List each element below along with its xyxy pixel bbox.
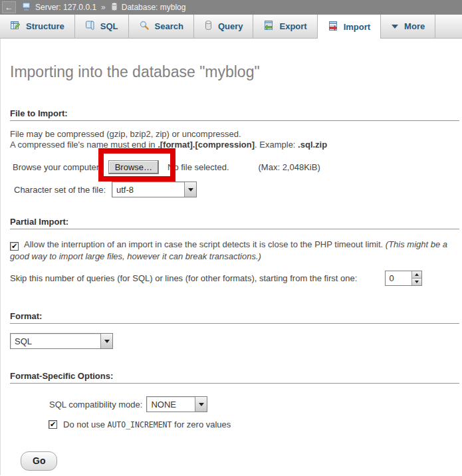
breadcrumb-database[interactable]: Database: myblog xyxy=(122,3,186,12)
down-arrow-icon xyxy=(415,281,419,283)
dropdown-arrow-icon xyxy=(188,188,193,191)
format-dropdown-button[interactable] xyxy=(100,334,112,348)
file-hint-line1: File may be compressed (gzip, bzip2, zip… xyxy=(10,129,453,140)
charset-dropdown-button[interactable] xyxy=(184,182,196,197)
sql-compatibility-select[interactable]: NONE xyxy=(146,396,207,412)
sql-icon xyxy=(85,20,95,33)
no-file-selected-text: No file selected. xyxy=(168,162,229,172)
charset-selected-value: utf-8 xyxy=(112,182,184,197)
chevron-down-icon xyxy=(391,21,399,31)
skip-queries-row: Skip this number of queries (for SQL) or… xyxy=(10,271,453,286)
tab-search[interactable]: Search xyxy=(129,15,194,38)
dropdown-arrow-icon xyxy=(199,403,204,406)
skip-queries-label: Skip this number of queries (for SQL) or… xyxy=(10,273,357,283)
charset-row: Character set of the file: utf-8 xyxy=(14,181,453,197)
stepper-down-button[interactable] xyxy=(412,278,421,285)
tab-label: More xyxy=(404,21,425,31)
tab-structure[interactable]: Structure xyxy=(0,15,75,38)
browse-row: Browse your computer: Browse… No file se… xyxy=(13,160,453,175)
section-heading-file-to-import: File to Import: xyxy=(10,108,459,121)
tab-label: Import xyxy=(344,22,370,32)
auto-increment-checkbox[interactable]: ✔ xyxy=(49,420,57,429)
import-icon xyxy=(328,21,338,33)
tab-query[interactable]: Query xyxy=(194,15,254,38)
compat-dropdown-button[interactable] xyxy=(195,397,207,412)
section-heading-format: Format: xyxy=(10,311,459,324)
page-title: Importing into the database "myblog" xyxy=(10,39,453,81)
stepper-buttons xyxy=(411,271,421,285)
charset-select[interactable]: utf-8 xyxy=(112,181,197,197)
server-icon xyxy=(22,2,32,13)
browse-label: Browse your computer: xyxy=(13,162,102,172)
allow-interruption-row: ✔Allow the interruption of an import in … xyxy=(10,239,453,263)
charset-label: Character set of the file: xyxy=(14,185,106,195)
export-icon xyxy=(263,20,274,33)
auto-increment-label: Do not use AUTO_INCREMENT for zero value… xyxy=(63,419,231,429)
back-arrow-icon: ← xyxy=(5,3,13,11)
tab-more[interactable]: More xyxy=(381,15,435,38)
back-arrow-button[interactable]: ← xyxy=(2,1,16,13)
stepper-up-button[interactable] xyxy=(412,271,421,278)
tab-bar: Structure SQL Search Query xyxy=(0,15,462,39)
format-select[interactable]: SQL xyxy=(10,333,113,349)
tab-export[interactable]: Export xyxy=(253,15,317,38)
file-hint-text: File may be compressed (gzip, bzip2, zip… xyxy=(10,129,453,150)
browse-button[interactable]: Browse… xyxy=(108,160,159,174)
breadcrumb-bar: ← Server: 127.0.0.1 » Database: myblog xyxy=(0,0,462,15)
allow-interruption-label: Allow the interruption of an import in c… xyxy=(24,239,386,249)
sql-compatibility-row: SQL compatibility mode: NONE xyxy=(49,396,453,412)
section-heading-partial-import: Partial Import: xyxy=(10,217,459,229)
format-selected-value: SQL xyxy=(11,334,100,348)
sql-compatibility-value: NONE xyxy=(147,397,195,412)
tab-label: Export xyxy=(279,21,306,31)
tab-label: Structure xyxy=(26,21,64,31)
skip-queries-input[interactable] xyxy=(386,271,411,285)
go-button[interactable]: Go xyxy=(21,451,57,471)
structure-icon xyxy=(10,20,21,33)
database-icon xyxy=(110,2,118,13)
search-icon xyxy=(139,20,150,33)
sql-compatibility-label: SQL compatibility mode: xyxy=(49,400,142,410)
tab-label: Query xyxy=(218,21,243,31)
tab-label: Search xyxy=(155,21,183,31)
query-icon xyxy=(204,20,213,33)
breadcrumb-separator: » xyxy=(101,3,106,12)
tab-import[interactable]: Import xyxy=(318,15,381,39)
tab-label: SQL xyxy=(100,21,118,31)
auto-increment-row: ✔ Do not use AUTO_INCREMENT for zero val… xyxy=(49,419,453,429)
section-heading-format-options: Format-Specific Options: xyxy=(10,371,459,384)
import-page: Importing into the database "myblog" Fil… xyxy=(0,39,462,475)
up-arrow-icon xyxy=(415,273,419,276)
max-upload-size: (Max: 2,048KiB) xyxy=(259,162,320,172)
breadcrumb-server[interactable]: Server: 127.0.0.1 xyxy=(35,3,96,12)
file-hint-line2: A compressed file's name must end in .[f… xyxy=(10,140,453,150)
allow-interruption-checkbox[interactable]: ✔ xyxy=(10,242,19,251)
dropdown-arrow-icon xyxy=(104,340,110,343)
tab-sql[interactable]: SQL xyxy=(75,15,129,38)
skip-queries-stepper[interactable] xyxy=(385,271,422,286)
